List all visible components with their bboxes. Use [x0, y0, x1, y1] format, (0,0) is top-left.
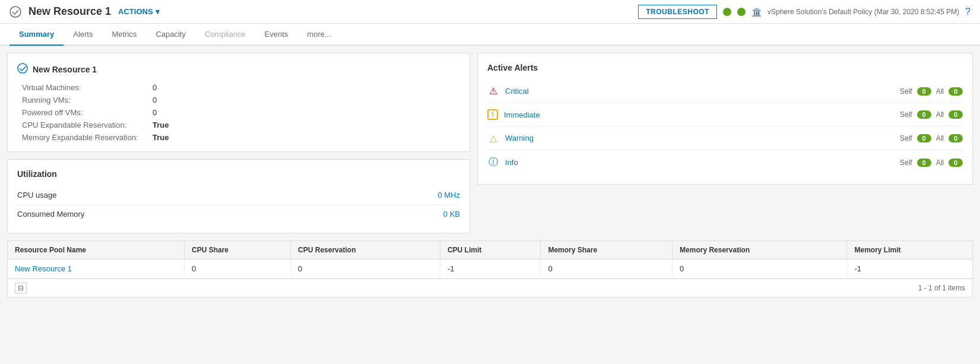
col-header-memory-share: Memory Share — [541, 241, 673, 259]
alert-row-immediate: ! Immediate Self 0 All 0 — [487, 103, 963, 126]
resource-card-icon — [17, 63, 28, 76]
main-content: New Resource 1 Virtual Machines: 0 Runni… — [0, 46, 980, 240]
resource-info: Virtual Machines: 0 Running VMs: 0 Power… — [17, 83, 460, 142]
status-dot-1 — [723, 8, 731, 16]
field-value-2: 0 — [153, 108, 455, 117]
cpu-usage-value: 0 MHz — [437, 191, 460, 200]
warning-self-count: 0 — [917, 134, 931, 143]
critical-self-label: Self — [900, 87, 912, 96]
cpu-usage-label: CPU usage — [17, 191, 56, 200]
warning-all-count: 0 — [949, 134, 963, 143]
col-header-cpu-limit: CPU Limit — [440, 241, 540, 259]
util-row-memory: Consumed Memory 0 KB — [17, 205, 460, 223]
table-header-row: Resource Pool Name CPU Share CPU Reserva… — [8, 241, 972, 259]
policy-icon: 🏛️ — [751, 7, 762, 17]
header-left: New Resource 1 ACTIONS ▾ — [9, 5, 160, 18]
active-alerts-title-text: Active Alerts — [487, 63, 538, 72]
memory-value: 0 KB — [443, 210, 460, 219]
troubleshoot-button[interactable]: TROUBLESHOOT — [638, 5, 717, 19]
immediate-icon: ! — [487, 109, 498, 120]
alert-immediate-name[interactable]: Immediate — [504, 110, 900, 119]
header-right: TROUBLESHOOT 🏛️ vSphere Solution's Defau… — [638, 5, 971, 19]
info-counts: Self 0 All 0 — [900, 159, 963, 167]
field-value-1: 0 — [153, 96, 455, 105]
col-header-cpu-share: CPU Share — [184, 241, 290, 259]
field-value-0: 0 — [153, 83, 455, 92]
immediate-all-label: All — [936, 110, 944, 119]
resource-table: Resource Pool Name CPU Share CPU Reserva… — [8, 241, 972, 278]
critical-all-label: All — [936, 87, 944, 96]
field-label-4: Memory Expandable Reservation: — [22, 133, 153, 142]
critical-icon: ⚠ — [487, 86, 499, 97]
page-header: New Resource 1 ACTIONS ▾ TROUBLESHOOT 🏛️… — [0, 0, 980, 24]
row-cpu-reservation: 0 — [291, 259, 440, 278]
memory-label: Consumed Memory — [17, 210, 84, 219]
row-memory-share: 0 — [541, 259, 673, 278]
tab-more[interactable]: more... — [297, 24, 340, 46]
col-header-memory-limit: Memory Limit — [847, 241, 972, 259]
util-row-cpu: CPU usage 0 MHz — [17, 186, 460, 205]
tab-capacity[interactable]: Capacity — [146, 24, 195, 46]
utilization-title: Utilization — [17, 169, 460, 179]
tab-summary[interactable]: Summary — [9, 24, 64, 46]
active-alerts-card: Active Alerts ⚠ Critical Self 0 All 0 ! … — [477, 53, 973, 185]
resource-icon — [9, 6, 21, 18]
warning-all-label: All — [936, 134, 944, 143]
svg-point-1 — [18, 64, 27, 73]
row-name-link[interactable]: New Resource 1 — [15, 264, 72, 273]
alert-row-warning: △ Warning Self 0 All 0 — [487, 126, 963, 150]
immediate-self-count: 0 — [917, 110, 931, 119]
utilization-title-text: Utilization — [17, 169, 57, 179]
actions-button[interactable]: ACTIONS ▾ — [118, 7, 160, 16]
tab-metrics[interactable]: Metrics — [102, 24, 146, 46]
svg-point-0 — [10, 7, 21, 17]
resource-card-title: New Resource 1 — [17, 63, 460, 76]
tab-alerts[interactable]: Alerts — [64, 24, 102, 46]
row-cpu-limit: -1 — [440, 259, 540, 278]
right-column: Active Alerts ⚠ Critical Self 0 All 0 ! … — [477, 53, 973, 233]
alert-row-critical: ⚠ Critical Self 0 All 0 — [487, 80, 963, 103]
resource-card: New Resource 1 Virtual Machines: 0 Runni… — [7, 53, 470, 152]
field-value-3: True — [153, 121, 455, 129]
info-all-count: 0 — [949, 159, 963, 167]
row-name: New Resource 1 — [8, 259, 184, 278]
tab-compliance: Compliance — [195, 24, 255, 46]
alert-row-info: ⓘ Info Self 0 All 0 — [487, 150, 963, 175]
info-all-label: All — [936, 159, 944, 167]
active-alerts-title: Active Alerts — [487, 63, 963, 72]
alert-critical-name[interactable]: Critical — [505, 87, 900, 96]
help-icon[interactable]: ? — [965, 7, 971, 17]
utilization-card: Utilization CPU usage 0 MHz Consumed Mem… — [7, 159, 470, 233]
field-label-2: Powered off VMs: — [22, 108, 153, 117]
tab-events[interactable]: Events — [255, 24, 298, 46]
alert-info-name[interactable]: Info — [505, 158, 900, 167]
info-self-label: Self — [900, 159, 912, 167]
bottom-table-section: Resource Pool Name CPU Share CPU Reserva… — [7, 240, 973, 297]
critical-self-count: 0 — [917, 87, 931, 96]
field-value-4: True — [153, 133, 455, 142]
info-self-count: 0 — [917, 159, 931, 167]
status-dot-2 — [737, 8, 746, 16]
col-header-name: Resource Pool Name — [8, 241, 184, 259]
table-row: New Resource 1 0 0 -1 0 0 -1 — [8, 259, 972, 278]
info-icon: ⓘ — [487, 156, 499, 169]
expand-icon[interactable]: ⊟ — [15, 283, 27, 293]
field-label-1: Running VMs: — [22, 96, 153, 105]
field-label-3: CPU Expandable Reservation: — [22, 121, 153, 129]
warning-counts: Self 0 All 0 — [900, 134, 963, 143]
policy-text: vSphere Solution's Default Policy (Mar 3… — [767, 8, 959, 16]
warning-self-label: Self — [900, 134, 912, 143]
immediate-counts: Self 0 All 0 — [900, 110, 963, 119]
resource-name: New Resource 1 — [33, 65, 97, 74]
alert-warning-name[interactable]: Warning — [505, 134, 900, 143]
critical-all-count: 0 — [949, 87, 963, 96]
col-header-memory-reservation: Memory Reservation — [673, 241, 847, 259]
table-footer-left: ⊟ — [15, 283, 27, 293]
table-count: 1 - 1 of 1 items — [918, 284, 965, 292]
table-footer: ⊟ 1 - 1 of 1 items — [8, 278, 972, 297]
tab-bar: Summary Alerts Metrics Capacity Complian… — [0, 24, 980, 46]
actions-label: ACTIONS — [118, 7, 153, 16]
immediate-self-label: Self — [900, 110, 912, 119]
field-label-0: Virtual Machines: — [22, 83, 153, 92]
row-memory-limit: -1 — [847, 259, 972, 278]
